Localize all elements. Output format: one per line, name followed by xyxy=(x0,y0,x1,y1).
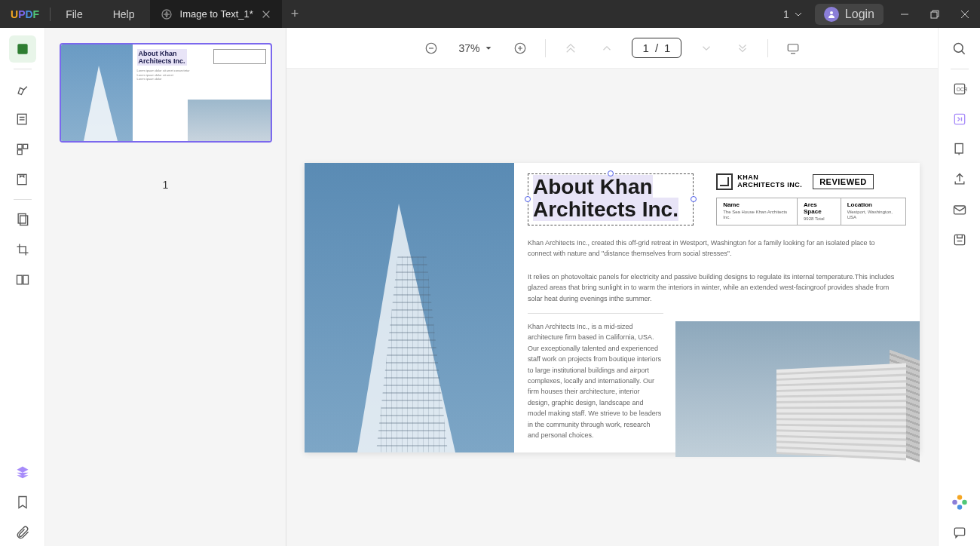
svg-rect-6 xyxy=(23,144,27,149)
save-button[interactable] xyxy=(946,226,973,253)
svg-rect-5 xyxy=(17,144,22,149)
chevron-down-icon xyxy=(794,10,803,19)
reviewed-stamp: REVIEWED xyxy=(813,174,874,189)
svg-rect-4 xyxy=(17,114,26,124)
avatar-icon xyxy=(824,7,839,22)
page-input[interactable]: 1 / 1 xyxy=(632,38,682,58)
attachment-button[interactable] xyxy=(9,519,36,546)
tab-title: Image to Text_1* xyxy=(180,8,253,20)
maximize-button[interactable] xyxy=(920,0,950,28)
svg-rect-3 xyxy=(17,44,27,54)
document-page: About KhanArchitects Inc. KHANARCHITECTS… xyxy=(305,163,920,452)
company-logo: KHANARCHITECTS INC. xyxy=(716,173,802,190)
svg-rect-22 xyxy=(954,235,964,244)
info-table: NameThe Sea House Khan Architects Inc. A… xyxy=(716,198,906,225)
svg-rect-20 xyxy=(955,144,963,154)
thumbnail-number: 1 xyxy=(163,179,169,191)
zoom-dropdown[interactable]: 37% xyxy=(459,42,492,54)
hero-image xyxy=(305,163,514,452)
presentation-button[interactable] xyxy=(782,37,804,60)
login-label: Login xyxy=(845,8,874,21)
right-toolbar: OCR xyxy=(938,28,980,546)
edit-tool-button[interactable] xyxy=(9,106,36,133)
svg-text:OCR: OCR xyxy=(956,87,966,92)
paragraph-2: It relies on photovoltaic panels for ele… xyxy=(528,271,906,304)
svg-point-23 xyxy=(952,500,957,505)
svg-rect-15 xyxy=(789,44,799,51)
svg-rect-7 xyxy=(17,150,22,155)
doc-count[interactable]: 1 xyxy=(777,8,809,20)
svg-point-1 xyxy=(830,11,833,14)
secondary-image xyxy=(675,321,920,457)
zoom-value: 37% xyxy=(459,42,480,54)
svg-point-16 xyxy=(954,44,963,53)
ai-assistant-button[interactable] xyxy=(946,489,973,516)
compare-tool-button[interactable] xyxy=(9,266,36,293)
bookmark-button[interactable] xyxy=(9,489,36,516)
share-button[interactable] xyxy=(946,166,973,193)
main-viewer: 37% 1 / 1 xyxy=(286,28,938,546)
login-button[interactable]: Login xyxy=(815,4,884,25)
organize-tool-button[interactable] xyxy=(9,136,36,163)
canvas[interactable]: About KhanArchitects Inc. KHANARCHITECTS… xyxy=(286,69,938,546)
svg-rect-12 xyxy=(23,275,28,284)
thumbnail-panel: About KhanArchitects Inc. Lorem ipsum do… xyxy=(45,28,286,546)
minimize-button[interactable] xyxy=(890,0,920,28)
svg-rect-21 xyxy=(954,206,965,214)
doc-title: About KhanArchitects Inc. xyxy=(533,175,678,222)
svg-rect-2 xyxy=(931,12,937,18)
protect-button[interactable] xyxy=(946,136,973,163)
close-window-button[interactable] xyxy=(950,0,980,28)
close-icon[interactable] xyxy=(261,9,271,20)
left-toolbar xyxy=(0,28,45,546)
convert-button[interactable] xyxy=(946,106,973,133)
svg-rect-11 xyxy=(17,275,22,284)
dropdown-icon xyxy=(485,44,492,52)
menu-file[interactable]: File xyxy=(51,8,98,20)
tools-button[interactable] xyxy=(9,166,36,193)
email-button[interactable] xyxy=(946,196,973,223)
document-tab[interactable]: Image to Text_1* xyxy=(150,0,282,28)
svg-point-26 xyxy=(957,505,962,510)
reader-mode-button[interactable] xyxy=(9,35,36,63)
selected-text-box[interactable]: About KhanArchitects Inc. xyxy=(528,173,694,226)
feedback-button[interactable] xyxy=(946,519,973,546)
page-thumbnail[interactable]: About KhanArchitects Inc. Lorem ipsum do… xyxy=(60,43,272,143)
ocr-button[interactable]: OCR xyxy=(946,75,973,103)
viewer-toolbar: 37% 1 / 1 xyxy=(286,28,938,69)
next-page-button[interactable] xyxy=(695,37,718,60)
paragraph-1: Khan Architects Inc., created this off-g… xyxy=(528,238,906,259)
first-page-button[interactable] xyxy=(559,37,582,60)
last-page-button[interactable] xyxy=(731,37,754,60)
svg-point-24 xyxy=(962,500,967,505)
add-tab-button[interactable]: + xyxy=(282,6,308,22)
document-icon xyxy=(161,8,173,20)
prev-page-button[interactable] xyxy=(596,37,618,60)
paragraph-3: Khan Architects Inc., is a mid-sized arc… xyxy=(528,321,663,446)
comment-tool-button[interactable] xyxy=(9,75,36,103)
zoom-in-button[interactable] xyxy=(509,37,531,60)
svg-rect-27 xyxy=(954,528,964,535)
app-logo: UPDF xyxy=(0,8,50,20)
zoom-out-button[interactable] xyxy=(420,37,443,60)
svg-point-25 xyxy=(957,495,962,500)
layers-button[interactable] xyxy=(9,459,36,486)
page-tool-button[interactable] xyxy=(9,206,36,233)
crop-tool-button[interactable] xyxy=(9,236,36,263)
titlebar: UPDF File Help Image to Text_1* + 1 Logi… xyxy=(0,0,980,28)
search-button[interactable] xyxy=(946,35,973,63)
menu-help[interactable]: Help xyxy=(98,8,150,20)
